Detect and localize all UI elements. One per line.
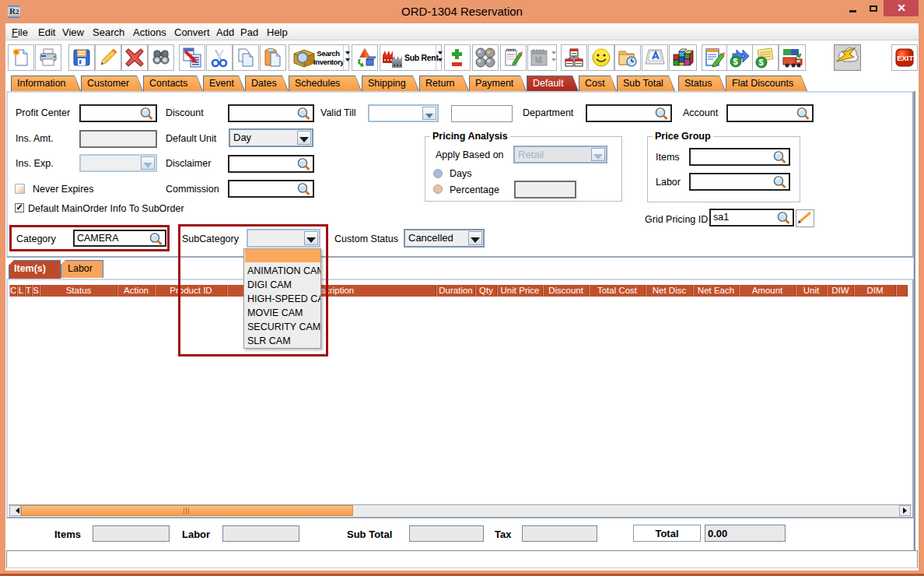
svg-text:$: $ <box>733 57 738 66</box>
svg-text:?: ? <box>488 49 492 58</box>
svg-text:$: $ <box>759 58 764 67</box>
svg-text:EXIT: EXIT <box>897 54 913 62</box>
